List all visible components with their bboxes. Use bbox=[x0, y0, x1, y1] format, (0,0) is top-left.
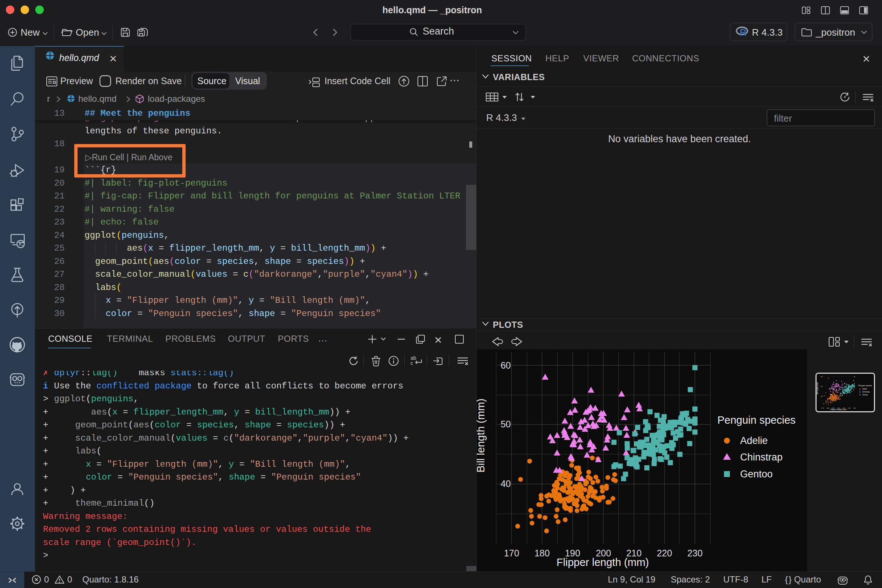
svg-text:230: 230 bbox=[687, 548, 703, 558]
svg-text:210: 210 bbox=[843, 407, 846, 409]
svg-text:40: 40 bbox=[820, 395, 822, 397]
svg-text:c: c bbox=[411, 360, 413, 366]
svg-text:170: 170 bbox=[504, 548, 519, 558]
svg-text:50: 50 bbox=[501, 419, 511, 429]
svg-text:Chinstrap: Chinstrap bbox=[740, 452, 783, 463]
svg-text:60: 60 bbox=[501, 360, 511, 370]
svg-text:40: 40 bbox=[501, 478, 511, 489]
svg-text:Gentoo: Gentoo bbox=[740, 469, 773, 480]
svg-text:Adelie: Adelie bbox=[740, 435, 768, 446]
svg-text:60: 60 bbox=[820, 376, 822, 377]
svg-text:Flipper length (mm): Flipper length (mm) bbox=[831, 409, 847, 411]
svg-text:R: R bbox=[740, 27, 746, 37]
svg-text:180: 180 bbox=[534, 548, 550, 558]
svg-text:Bill length (mm): Bill length (mm) bbox=[817, 382, 818, 394]
svg-text:Chinstrap: Chinstrap bbox=[862, 391, 870, 393]
svg-text:190: 190 bbox=[832, 407, 835, 409]
svg-text:170: 170 bbox=[821, 407, 824, 409]
svg-text:180: 180 bbox=[826, 407, 830, 409]
svg-text:Penguin species: Penguin species bbox=[858, 385, 872, 387]
svg-text:Penguin species: Penguin species bbox=[717, 414, 796, 426]
svg-text:Bill length (mm): Bill length (mm) bbox=[477, 398, 487, 472]
svg-text:50: 50 bbox=[820, 386, 822, 387]
svg-text:200: 200 bbox=[837, 407, 840, 409]
svg-text:220: 220 bbox=[848, 407, 851, 409]
svg-text:Adelie: Adelie bbox=[862, 388, 867, 390]
svg-text:Gentoo: Gentoo bbox=[862, 394, 868, 396]
svg-text:220: 220 bbox=[657, 548, 672, 558]
svg-text:230: 230 bbox=[853, 407, 856, 409]
svg-text:Flipper length (mm): Flipper length (mm) bbox=[556, 556, 649, 568]
